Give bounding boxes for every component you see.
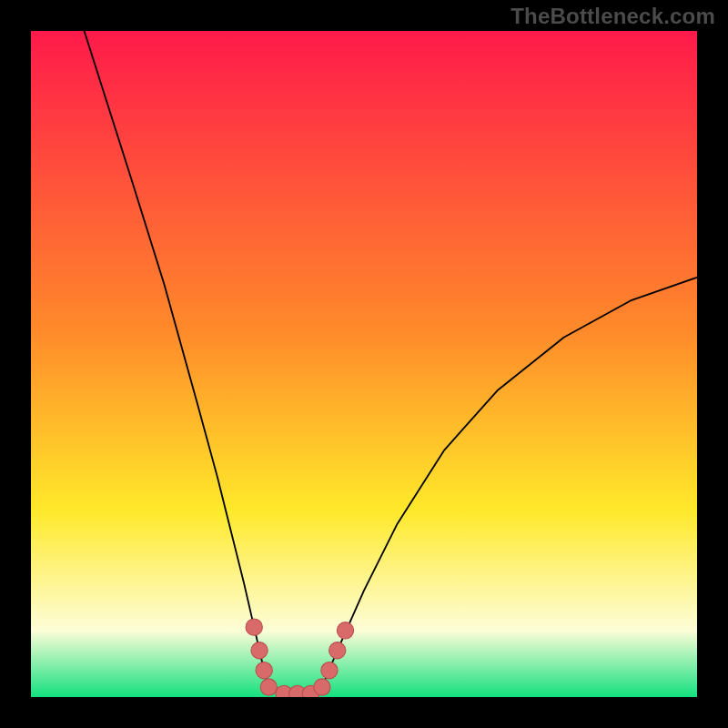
valley-marker <box>321 662 338 679</box>
valley-marker <box>256 662 272 679</box>
valley-marker <box>314 679 330 695</box>
valley-marker <box>329 642 346 659</box>
chart-frame: TheBottleneck.com <box>0 0 728 728</box>
valley-marker <box>337 622 353 639</box>
bottleneck-plot <box>31 31 697 697</box>
valley-marker <box>260 679 277 695</box>
valley-marker <box>246 619 262 635</box>
plot-background <box>31 31 697 697</box>
valley-marker <box>251 642 268 659</box>
watermark-label: TheBottleneck.com <box>511 4 715 29</box>
